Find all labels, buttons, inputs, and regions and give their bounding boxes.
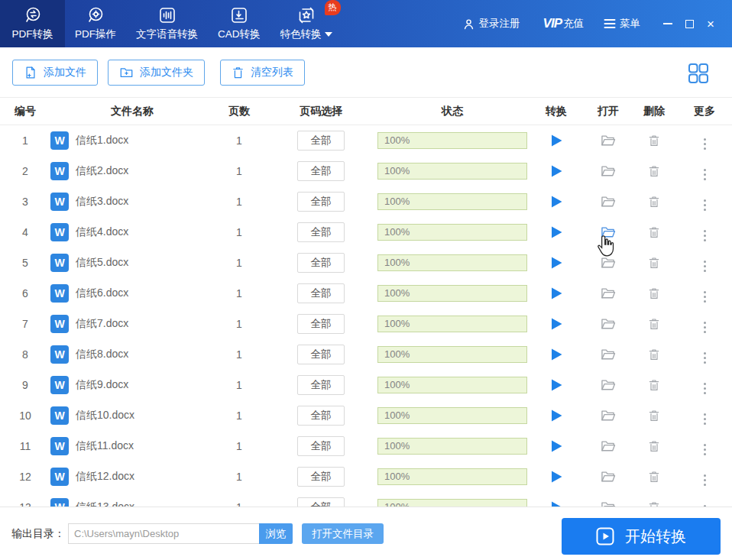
delete-button[interactable] — [646, 193, 662, 210]
nav-tab-special-convert[interactable]: 热 特色转换 — [270, 0, 342, 47]
open-folder-button[interactable] — [599, 285, 617, 301]
more-options-button[interactable] — [702, 289, 708, 304]
open-folder-button[interactable] — [599, 224, 617, 240]
page-range-button[interactable]: 全部 — [297, 283, 345, 303]
vip-recharge-button[interactable]: VIP 充值 — [543, 16, 584, 31]
page-count: 1 — [214, 287, 264, 299]
delete-button[interactable] — [646, 254, 662, 271]
convert-button[interactable] — [549, 316, 565, 332]
more-options-button[interactable] — [702, 442, 708, 457]
more-options-button[interactable] — [702, 167, 708, 182]
file-name: 信纸2.docx — [76, 164, 128, 178]
header-filename: 文件名称 — [50, 105, 214, 118]
table-row: 8 W 信纸8.docx 1 全部 100% — [0, 339, 732, 370]
nav-tab-text-speech[interactable]: 文字语音转换 — [126, 0, 208, 47]
more-options-button[interactable] — [702, 136, 708, 151]
page-range-button[interactable]: 全部 — [297, 253, 345, 273]
nav-tab-pdf-convert[interactable]: PDF转换 — [0, 0, 65, 47]
clear-list-button[interactable]: 清空列表 — [220, 60, 305, 86]
open-output-dir-button[interactable]: 打开文件目录 — [302, 523, 384, 544]
page-range-button[interactable]: 全部 — [297, 467, 345, 487]
open-folder-button[interactable] — [599, 438, 617, 454]
page-range-button[interactable]: 全部 — [297, 497, 345, 507]
start-convert-button[interactable]: 开始转换 — [562, 518, 721, 555]
output-path-input[interactable] — [68, 523, 259, 544]
page-range-button[interactable]: 全部 — [297, 161, 345, 181]
page-range-button[interactable]: 全部 — [297, 314, 345, 334]
open-folder-button[interactable] — [599, 254, 617, 270]
nav-tab-pdf-operate[interactable]: PDF操作 — [65, 0, 126, 47]
maximize-button[interactable] — [679, 12, 700, 35]
page-range-button[interactable]: 全部 — [297, 345, 345, 364]
open-folder-button[interactable] — [599, 132, 617, 148]
page-range-button[interactable]: 全部 — [297, 406, 345, 426]
page-range-button[interactable]: 全部 — [297, 436, 345, 456]
page-count: 1 — [214, 196, 264, 208]
convert-button[interactable] — [549, 163, 565, 180]
add-folder-button[interactable]: 添加文件夹 — [108, 60, 205, 86]
table-row: 11 W 信纸11.docx 1 全部 100% — [0, 431, 732, 461]
delete-button[interactable] — [646, 224, 662, 241]
convert-button[interactable] — [549, 132, 565, 149]
page-count: 1 — [214, 409, 264, 422]
minimize-button[interactable] — [657, 12, 679, 35]
add-folder-icon — [119, 66, 134, 79]
more-options-button[interactable] — [702, 411, 708, 426]
more-options-button[interactable] — [702, 472, 708, 487]
page-count: 1 — [214, 501, 264, 507]
delete-button[interactable] — [646, 468, 662, 485]
page-count: 1 — [214, 226, 264, 238]
delete-button[interactable] — [646, 346, 662, 363]
convert-button[interactable] — [549, 438, 565, 455]
more-options-button[interactable] — [702, 228, 708, 243]
delete-button[interactable] — [646, 438, 662, 455]
table-row: 10 W 信纸10.docx 1 全部 100% — [0, 400, 732, 431]
browse-button[interactable]: 浏览 — [259, 523, 293, 544]
nav-tab-cad-convert[interactable]: CAD转换 — [208, 0, 270, 47]
open-folder-button[interactable] — [599, 193, 617, 209]
open-folder-button[interactable] — [599, 407, 617, 423]
menu-button[interactable]: 菜单 — [604, 17, 640, 31]
vertical-dots-icon — [704, 230, 706, 241]
convert-button[interactable] — [549, 377, 565, 393]
add-file-button[interactable]: 添加文件 — [12, 60, 98, 86]
login-register-button[interactable]: 登录注册 — [462, 17, 520, 31]
convert-button[interactable] — [549, 407, 565, 424]
convert-button[interactable] — [549, 346, 565, 363]
more-options-button[interactable] — [702, 197, 708, 212]
open-folder-button[interactable] — [599, 377, 617, 393]
open-folder-button[interactable] — [599, 316, 617, 332]
delete-button[interactable] — [646, 316, 662, 332]
more-options-button[interactable] — [702, 319, 708, 335]
convert-button[interactable] — [549, 193, 565, 210]
progress-label: 100% — [384, 408, 410, 423]
page-count: 1 — [214, 471, 264, 483]
grid-view-icon[interactable] — [686, 61, 711, 86]
delete-button[interactable] — [646, 132, 662, 149]
open-folder-button[interactable] — [599, 163, 617, 179]
convert-button[interactable] — [549, 254, 565, 271]
convert-button[interactable] — [549, 499, 565, 507]
page-range-button[interactable]: 全部 — [297, 222, 345, 242]
more-options-button[interactable] — [702, 380, 708, 396]
open-folder-button[interactable] — [599, 346, 617, 362]
convert-button[interactable] — [549, 224, 565, 241]
open-folder-button[interactable] — [599, 499, 617, 507]
more-options-button[interactable] — [702, 350, 708, 365]
text-speech-icon — [157, 5, 177, 25]
delete-button[interactable] — [646, 377, 662, 393]
page-range-button[interactable]: 全部 — [297, 375, 345, 395]
close-button[interactable]: × — [700, 12, 721, 35]
open-folder-button[interactable] — [599, 468, 617, 484]
page-range-button[interactable]: 全部 — [297, 131, 345, 151]
word-file-icon: W — [50, 406, 69, 425]
vertical-dots-icon — [704, 169, 706, 180]
delete-button[interactable] — [646, 285, 662, 302]
delete-button[interactable] — [646, 499, 662, 507]
delete-button[interactable] — [646, 163, 662, 180]
convert-button[interactable] — [549, 468, 565, 485]
convert-button[interactable] — [549, 285, 565, 302]
more-options-button[interactable] — [702, 258, 708, 274]
page-range-button[interactable]: 全部 — [297, 192, 345, 212]
delete-button[interactable] — [646, 407, 662, 424]
